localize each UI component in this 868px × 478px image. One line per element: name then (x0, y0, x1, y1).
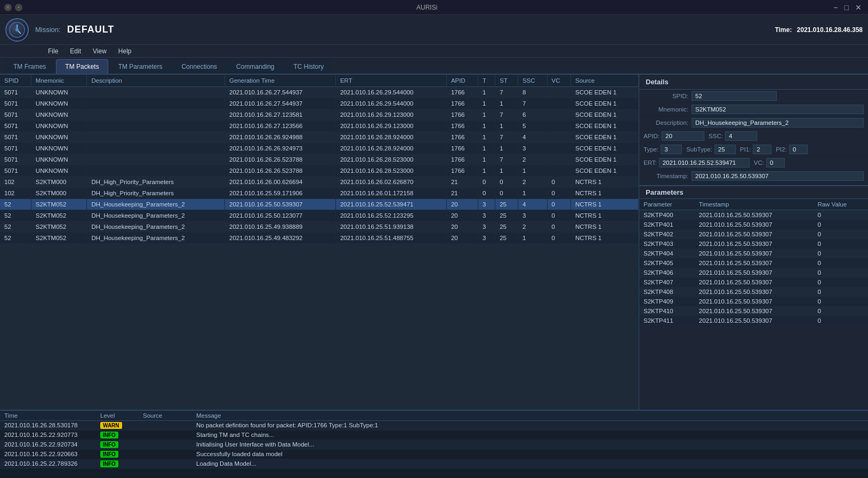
log-col-source: Source (143, 412, 196, 419)
detail-type-label: Type: (644, 146, 658, 153)
col-ssc: SSC (518, 75, 547, 87)
logo (5, 18, 29, 42)
col-vc: VC (547, 75, 570, 87)
table-row[interactable]: 102S2KTM000DH_High_Priority_Parameters20… (0, 188, 639, 199)
detail-pi1-value: 2 (753, 145, 771, 154)
log-area: Time Level Source Message 2021.010.16.26… (0, 410, 868, 478)
table-row[interactable]: 5071UNKNOWN2021.010.16.26.26.9249882021.… (0, 132, 639, 143)
menu-edit[interactable]: Edit (65, 46, 86, 56)
col-mnemonic: Mnemonic (31, 75, 87, 87)
table-row[interactable]: 52S2KTM052DH_Housekeeping_Parameters_220… (0, 210, 639, 221)
close-button[interactable]: ✕ (4, 4, 12, 11)
detail-subtype-label: SubType: (686, 146, 712, 153)
table-row[interactable]: 5071UNKNOWN2021.010.16.26.26.5237882021.… (0, 154, 639, 165)
log-col-message: Message (196, 412, 864, 419)
tab-tm-parameters[interactable]: TM Parameters (109, 59, 172, 74)
log-level-badge: WARN (100, 422, 122, 429)
params-row[interactable]: S2KTP4102021.010.16.25.50.5393070 (639, 306, 868, 316)
params-header: Parameters (639, 185, 868, 199)
apid-group: APID: 20 (644, 131, 704, 141)
log-row[interactable]: 2021.010.16.25.22.920663INFOSuccessfully… (0, 450, 868, 459)
table-body: 5071UNKNOWN2021.010.16.26.27.5449372021.… (0, 87, 639, 244)
table-row[interactable]: 52S2KTM052DH_Housekeeping_Parameters_220… (0, 221, 639, 233)
tab-connections[interactable]: Connections (172, 59, 226, 74)
log-level-badge: INFO (100, 451, 118, 458)
detail-mnemonic-row: Mnemonic: S2KTM052 (639, 103, 868, 116)
win-minimize-button[interactable]: − (831, 3, 840, 12)
pi1-group: PI1: 2 (740, 145, 771, 154)
table-row[interactable]: 5071UNKNOWN2021.010.16.26.27.5449372021.… (0, 87, 639, 98)
params-row[interactable]: S2KTP4112021.010.16.25.50.5393070 (639, 316, 868, 325)
menu-file[interactable]: File (43, 46, 63, 56)
tab-commanding[interactable]: Commanding (227, 59, 283, 74)
detail-timestamp-label: Timestamp: (644, 173, 692, 179)
main-content: SPID Mnemonic Description Generation Tim… (0, 75, 868, 410)
col-description: Description (87, 75, 225, 87)
params-row[interactable]: S2KTP4092021.010.16.25.50.5393070 (639, 297, 868, 306)
table-row[interactable]: 102S2KTM000DH_High_Priority_Parameters20… (0, 177, 639, 188)
table-row[interactable]: 5071UNKNOWN2021.010.16.26.26.5237882021.… (0, 165, 639, 177)
params-row[interactable]: S2KTP4082021.010.16.25.50.5393070 (639, 287, 868, 297)
detail-ert-label: ERT: (644, 160, 657, 166)
params-row[interactable]: S2KTP4062021.010.16.25.50.5393070 (639, 268, 868, 277)
detail-type-row: Type: 3 SubType: 25 PI1: 2 PI2: 0 (639, 143, 868, 156)
col-source: Source (570, 75, 638, 87)
detail-spid-row: SPID: 52 (639, 90, 868, 103)
params-row[interactable]: S2KTP4002021.010.16.25.50.5393070 (639, 210, 868, 220)
tab-tm-frames[interactable]: TM Frames (4, 59, 55, 74)
detail-subtype-value: 25 (714, 145, 736, 154)
params-table: Parameter Timestamp Raw Value S2KTP40020… (639, 199, 868, 325)
detail-spid-label: SPID: (644, 93, 692, 99)
mission-name: DEFAULT (67, 24, 115, 35)
menu-view[interactable]: View (87, 46, 112, 56)
window-title: AURISi (416, 4, 437, 11)
win-maximize-button[interactable]: □ (842, 3, 851, 12)
log-col-level: Level (100, 412, 143, 419)
detail-apid-value: 20 (662, 131, 704, 141)
log-row[interactable]: 2021.010.16.25.22.920734INFOInitialising… (0, 440, 868, 450)
detail-description-label: Description: (644, 120, 692, 126)
log-row[interactable]: 2021.010.16.26.28.530178WARNNo packet de… (0, 421, 868, 431)
table-row[interactable]: 52S2KTM052DH_Housekeeping_Parameters_220… (0, 233, 639, 244)
params-row[interactable]: S2KTP4042021.010.16.25.50.5393070 (639, 249, 868, 258)
detail-ssc-value: 4 (725, 131, 757, 141)
details-panel: Details SPID: 52 Mnemonic: S2KTM052 Desc… (639, 75, 868, 410)
table-row[interactable]: 52S2KTM052DH_Housekeeping_Parameters_220… (0, 199, 639, 210)
detail-spid-value: 52 (692, 91, 777, 101)
titlebar-controls: ✕ • (4, 4, 22, 11)
params-scroll[interactable]: Parameter Timestamp Raw Value S2KTP40020… (639, 199, 868, 410)
table-row[interactable]: 5071UNKNOWN2021.010.16.26.27.1235662021.… (0, 121, 639, 132)
tab-tm-packets[interactable]: TM Packets (56, 59, 108, 74)
table-row[interactable]: 5071UNKNOWN2021.010.16.26.26.9249732021.… (0, 143, 639, 154)
detail-pi2-value: 0 (789, 145, 808, 154)
menu-help[interactable]: Help (113, 46, 137, 56)
log-level-badge: INFO (100, 432, 118, 439)
log-row[interactable]: 2021.010.16.25.22.789326INFOLoading Data… (0, 459, 868, 469)
tabs: TM Frames TM Packets TM Parameters Conne… (0, 58, 868, 75)
params-row[interactable]: S2KTP4022021.010.16.25.50.5393070 (639, 229, 868, 239)
window-buttons: − □ ✕ (831, 3, 864, 12)
params-col-timestamp: Timestamp (695, 199, 814, 210)
table-row[interactable]: 5071UNKNOWN2021.010.16.26.27.5449372021.… (0, 98, 639, 109)
mission-label: Mission: (35, 26, 61, 34)
log-header: Time Level Source Message (0, 411, 868, 421)
params-row[interactable]: S2KTP4072021.010.16.25.50.5393070 (639, 277, 868, 287)
log-table[interactable]: 2021.010.16.26.28.530178WARNNo packet de… (0, 421, 868, 478)
win-close-button[interactable]: ✕ (853, 3, 864, 12)
detail-vc-value: 0 (766, 158, 785, 168)
params-row[interactable]: S2KTP4052021.010.16.25.50.5393070 (639, 258, 868, 268)
log-row[interactable]: 2021.010.16.25.22.920773INFOStarting TM … (0, 431, 868, 440)
col-t: T (478, 75, 495, 87)
log-level-badge: INFO (100, 441, 118, 448)
type-group: Type: 3 (644, 145, 682, 154)
titlebar: ✕ • AURISi − □ ✕ (0, 0, 868, 15)
table-row[interactable]: 5071UNKNOWN2021.010.16.26.27.1235812021.… (0, 109, 639, 121)
col-st: ST (495, 75, 518, 87)
params-row[interactable]: S2KTP4012021.010.16.25.50.5393070 (639, 220, 868, 229)
log-col-time: Time (4, 412, 100, 419)
detail-pi2-label: PI2: (776, 146, 786, 153)
tab-tc-history[interactable]: TC History (284, 59, 333, 74)
minimize-button[interactable]: • (15, 4, 22, 11)
detail-apid-row: APID: 20 SSC: 4 (639, 130, 868, 143)
params-row[interactable]: S2KTP4032021.010.16.25.50.5393070 (639, 239, 868, 249)
